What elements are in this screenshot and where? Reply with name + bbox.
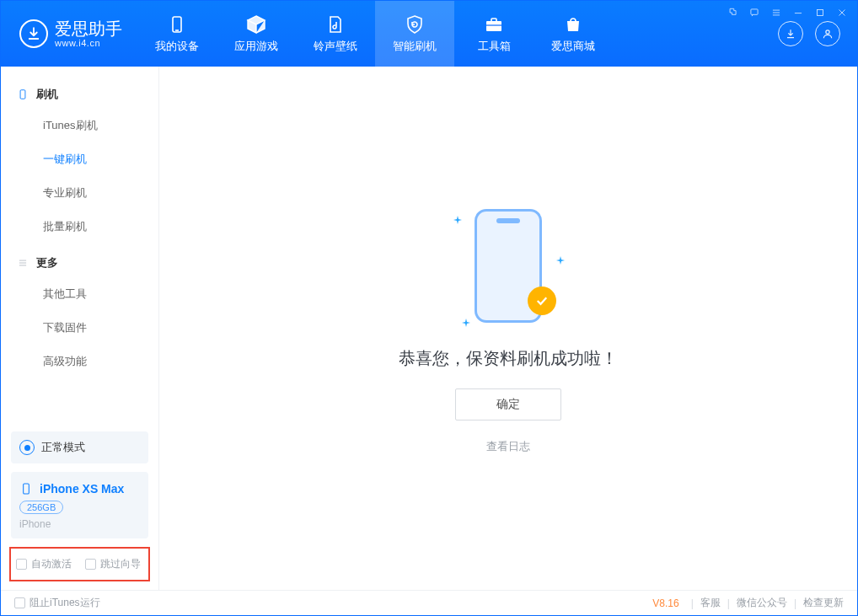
tab-my-device[interactable]: 我的设备 bbox=[137, 1, 217, 67]
ok-button[interactable]: 确定 bbox=[455, 388, 561, 420]
version-label: V8.16 bbox=[652, 597, 678, 609]
tab-label: 智能刷机 bbox=[393, 39, 437, 54]
device-panel: 正常模式 iPhone XS Max 256GB iPhone bbox=[11, 431, 148, 538]
checkbox-block-itunes[interactable]: 阻止iTunes运行 bbox=[14, 596, 100, 610]
checkbox-icon bbox=[85, 559, 96, 570]
group-label: 刷机 bbox=[36, 87, 58, 102]
list-icon bbox=[16, 256, 29, 270]
tab-toolbox[interactable]: 工具箱 bbox=[454, 1, 534, 67]
app-url: www.i4.cn bbox=[55, 38, 122, 48]
mode-icon bbox=[19, 440, 35, 455]
sidebar-item-advanced[interactable]: 高级功能 bbox=[1, 345, 158, 378]
sidebar-group-more: 更多 bbox=[1, 244, 158, 277]
checkbox-label: 跳过向导 bbox=[100, 557, 141, 571]
device-name: iPhone XS Max bbox=[40, 482, 124, 495]
tab-apps-games[interactable]: 应用游戏 bbox=[217, 1, 296, 67]
sparkle-icon bbox=[462, 315, 470, 324]
svg-rect-13 bbox=[20, 90, 25, 99]
device-card[interactable]: iPhone XS Max 256GB iPhone bbox=[11, 472, 148, 538]
sidebar-item-batch-flash[interactable]: 批量刷机 bbox=[1, 210, 158, 244]
phone-icon bbox=[16, 88, 29, 101]
tab-label: 工具箱 bbox=[478, 39, 511, 54]
sidebar-item-other-tools[interactable]: 其他工具 bbox=[1, 277, 158, 311]
close-icon[interactable] bbox=[835, 6, 849, 19]
check-update-link[interactable]: 检查更新 bbox=[803, 596, 844, 610]
device-capacity: 256GB bbox=[19, 501, 63, 514]
minimize-icon[interactable] bbox=[791, 6, 805, 19]
account-button[interactable] bbox=[815, 21, 840, 46]
support-link[interactable]: 客服 bbox=[700, 596, 721, 610]
checkbox-skip-guide[interactable]: 跳过向导 bbox=[85, 557, 141, 571]
main-tabs: 我的设备 应用游戏 铃声壁纸 智能刷机 工具箱 爱思商城 bbox=[137, 1, 613, 67]
logo-icon bbox=[19, 19, 48, 48]
feedback-icon[interactable] bbox=[748, 6, 761, 19]
tab-label: 应用游戏 bbox=[234, 39, 278, 54]
download-button[interactable] bbox=[778, 21, 803, 46]
svg-rect-10 bbox=[818, 10, 823, 16]
cube-icon bbox=[245, 13, 267, 35]
app-window: 爱思助手 www.i4.cn 我的设备 应用游戏 铃声壁纸 智能刷机 bbox=[0, 0, 858, 616]
success-message: 恭喜您，保资料刷机成功啦！ bbox=[399, 347, 618, 370]
bag-icon bbox=[562, 13, 584, 35]
footer-links: | 客服 | 微信公众号 | 检查更新 bbox=[691, 596, 844, 610]
svg-rect-5 bbox=[751, 9, 758, 14]
tab-smart-flash[interactable]: 智能刷机 bbox=[375, 1, 454, 67]
device-mode: 正常模式 bbox=[41, 440, 85, 455]
footer: 阻止iTunes运行 V8.16 | 客服 | 微信公众号 | 检查更新 bbox=[1, 590, 857, 615]
device-type: iPhone bbox=[19, 518, 140, 530]
sidebar-item-download-firmware[interactable]: 下载固件 bbox=[1, 311, 158, 345]
app-name: 爱思助手 bbox=[55, 19, 122, 38]
device-mode-card[interactable]: 正常模式 bbox=[11, 431, 148, 463]
maximize-icon[interactable] bbox=[813, 6, 827, 19]
checkbox-label: 自动激活 bbox=[31, 557, 72, 571]
check-badge-icon bbox=[528, 287, 556, 315]
music-file-icon bbox=[324, 13, 346, 35]
checkbox-auto-activate[interactable]: 自动激活 bbox=[16, 557, 72, 571]
sparkle-icon bbox=[556, 253, 565, 261]
options-highlight: 自动激活 跳过向导 bbox=[9, 547, 150, 581]
body: 刷机 iTunes刷机 一键刷机 专业刷机 批量刷机 更多 其他工具 下载固件 … bbox=[1, 67, 857, 590]
tab-label: 铃声壁纸 bbox=[314, 39, 357, 54]
svg-point-4 bbox=[826, 30, 829, 34]
logo: 爱思助手 www.i4.cn bbox=[1, 1, 137, 67]
device-icon bbox=[166, 13, 188, 35]
sidebar-item-itunes-flash[interactable]: iTunes刷机 bbox=[1, 109, 158, 142]
theme-icon[interactable] bbox=[726, 6, 739, 19]
tab-label: 我的设备 bbox=[155, 39, 199, 54]
svg-rect-2 bbox=[486, 21, 501, 31]
sidebar: 刷机 iTunes刷机 一键刷机 专业刷机 批量刷机 更多 其他工具 下载固件 … bbox=[1, 67, 159, 590]
window-controls bbox=[726, 6, 849, 19]
sidebar-group-flash: 刷机 bbox=[1, 75, 158, 109]
menu-icon[interactable] bbox=[770, 6, 783, 19]
checkbox-label: 阻止iTunes运行 bbox=[29, 596, 100, 610]
main-content: 恭喜您，保资料刷机成功啦！ 确定 查看日志 bbox=[159, 67, 857, 590]
success-illustration bbox=[453, 202, 563, 329]
shield-sync-icon bbox=[404, 13, 426, 35]
header: 爱思助手 www.i4.cn 我的设备 应用游戏 铃声壁纸 智能刷机 bbox=[1, 1, 857, 67]
checkbox-icon bbox=[14, 597, 25, 608]
checkbox-icon bbox=[16, 559, 27, 570]
group-label: 更多 bbox=[36, 255, 58, 271]
sidebar-item-oneclick-flash[interactable]: 一键刷机 bbox=[1, 142, 158, 176]
tab-store[interactable]: 爱思商城 bbox=[534, 1, 613, 67]
briefcase-icon bbox=[483, 13, 505, 35]
tab-ringtones-wallpapers[interactable]: 铃声壁纸 bbox=[296, 1, 375, 67]
sidebar-item-pro-flash[interactable]: 专业刷机 bbox=[1, 176, 158, 210]
wechat-link[interactable]: 微信公众号 bbox=[737, 596, 787, 610]
tab-label: 爱思商城 bbox=[551, 39, 595, 54]
svg-rect-17 bbox=[24, 484, 29, 494]
view-log-link[interactable]: 查看日志 bbox=[486, 439, 530, 454]
phone-icon bbox=[19, 482, 33, 495]
sparkle-icon bbox=[453, 212, 462, 221]
